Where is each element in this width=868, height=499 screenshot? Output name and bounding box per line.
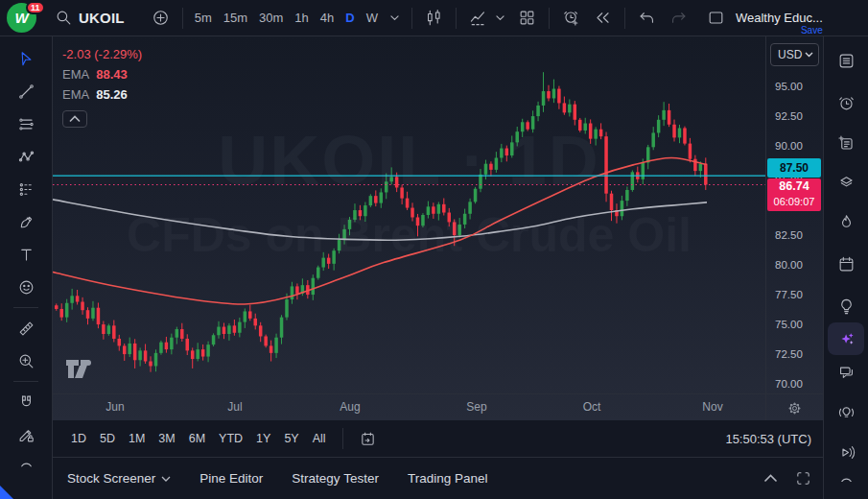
range-button-all[interactable]: All: [306, 428, 333, 449]
panel-collapse-button[interactable]: [762, 472, 780, 485]
month-label-oct: Oct: [583, 400, 601, 414]
interval-button-4h[interactable]: 4h: [315, 7, 340, 29]
redo-button[interactable]: [663, 5, 694, 31]
ai-assistant-button[interactable]: [828, 322, 864, 355]
fib-retracement-tool-button[interactable]: [8, 107, 44, 140]
maximize-icon: [795, 470, 811, 487]
range-button-6m[interactable]: 6M: [182, 428, 212, 449]
emoji-tool-button[interactable]: [8, 271, 44, 303]
search-icon: [55, 9, 73, 27]
range-button-ytd[interactable]: YTD: [212, 428, 249, 449]
layout-grid-icon: [518, 9, 536, 27]
panel-maximize-button[interactable]: [793, 468, 813, 488]
range-button-1m[interactable]: 1M: [122, 428, 152, 449]
interval-button-W[interactable]: W: [361, 7, 384, 29]
range-toolbar: 1D5D1M3M6MYTD1Y5YAll 15:50:53 (UTC): [53, 420, 823, 457]
help-button[interactable]: [828, 468, 864, 482]
forecast-icon: [17, 180, 35, 199]
corner-accent: [0, 486, 13, 499]
chart-pane[interactable]: UKOIL · 1D CFDs on Brent Crude Oil -2.03…: [53, 36, 765, 393]
legend-collapse-button[interactable]: [62, 110, 87, 128]
brush-tool-button[interactable]: [8, 205, 44, 238]
price-tick: 95.00: [775, 80, 803, 93]
measure-tool-button[interactable]: [8, 312, 44, 345]
forecast-tool-button[interactable]: [8, 173, 44, 205]
candlestick-chart[interactable]: [53, 36, 765, 393]
price-change-label: -2.03 (-2.29%): [62, 44, 142, 64]
time-axis[interactable]: JunJulAugSepOctNov: [53, 393, 823, 420]
chat-button[interactable]: [828, 355, 864, 388]
tradingview-logo[interactable]: [65, 359, 98, 379]
indicators-menu-button[interactable]: [489, 5, 511, 31]
range-button-5y[interactable]: 5Y: [277, 428, 305, 449]
ema-slow-row[interactable]: EMA85.26: [62, 84, 142, 105]
live-ideas-button[interactable]: [828, 395, 864, 428]
utc-clock[interactable]: 15:50:53 (UTC): [725, 432, 813, 446]
flame-icon: [837, 213, 856, 231]
layout-name[interactable]: Wealthy Educ...: [736, 11, 823, 25]
undo-icon: [638, 9, 656, 27]
magnet-mode-button[interactable]: [8, 386, 44, 418]
undo-button[interactable]: [631, 5, 663, 31]
indicators-button[interactable]: [462, 5, 489, 31]
price-axis[interactable]: USD 95.0092.5090.0087.5085.0082.5080.007…: [765, 36, 823, 393]
interval-button-D[interactable]: D: [340, 7, 360, 29]
chart-style-button[interactable]: [418, 5, 450, 31]
interval-button-15m[interactable]: 15m: [218, 7, 253, 29]
go-to-date-button[interactable]: [353, 427, 383, 451]
range-button-1y[interactable]: 1Y: [249, 428, 277, 449]
create-alert-button[interactable]: [555, 5, 587, 31]
magnifier-plus-icon: [17, 352, 35, 370]
alerts-button[interactable]: [828, 86, 864, 119]
range-button-1d[interactable]: 1D: [64, 428, 93, 449]
ema-fast-row[interactable]: EMA88.43: [62, 64, 142, 84]
calendar-goto-icon: [360, 431, 376, 447]
ideas-button[interactable]: [828, 290, 864, 322]
range-button-5d[interactable]: 5D: [93, 428, 122, 449]
axis-settings-cell[interactable]: [765, 394, 823, 421]
hotlist-button[interactable]: [828, 205, 864, 238]
cursor-tool-button[interactable]: [8, 42, 44, 75]
compare-add-symbol-button[interactable]: [145, 5, 176, 31]
interval-button-5m[interactable]: 5m: [189, 7, 218, 29]
partial-icon: [17, 451, 35, 468]
journal-plus-icon: [837, 134, 856, 153]
watchlist-button[interactable]: [828, 44, 864, 77]
layout-box-icon: [707, 9, 725, 27]
price-tick: 80.00: [775, 258, 803, 272]
hide-drawings-button[interactable]: [8, 451, 44, 468]
gear-icon: [787, 401, 802, 416]
streams-button[interactable]: [828, 436, 864, 468]
calendar-button[interactable]: [828, 248, 864, 280]
range-button-3m[interactable]: 3M: [152, 428, 181, 449]
interval-button-1h[interactable]: 1h: [289, 7, 314, 29]
tab-stock-screener[interactable]: Stock Screener: [67, 471, 171, 486]
lock-drawings-button[interactable]: [8, 418, 44, 451]
tab-trading-panel[interactable]: Trading Panel: [408, 471, 488, 486]
pattern-tool-button[interactable]: [8, 140, 44, 173]
zoom-in-tool-button[interactable]: [8, 345, 44, 377]
interval-menu-button[interactable]: [384, 5, 406, 31]
month-label-nov: Nov: [702, 400, 722, 414]
text-tool-button[interactable]: [8, 238, 44, 271]
layout-select-button[interactable]: [700, 5, 732, 31]
journal-button[interactable]: [828, 127, 864, 159]
tab-strategy-tester[interactable]: Strategy Tester: [292, 471, 379, 486]
save-button[interactable]: Save: [801, 25, 823, 36]
calendar-icon: [837, 255, 856, 273]
cursor-icon: [17, 50, 35, 68]
currency-select[interactable]: USD: [770, 43, 819, 66]
tab-pine-editor[interactable]: Pine Editor: [199, 471, 263, 486]
symbol-search-button[interactable]: UKOIL: [48, 5, 131, 31]
interval-button-30m[interactable]: 30m: [253, 7, 289, 29]
chat-bubbles-icon: [837, 363, 856, 381]
price-tick: 75.00: [775, 318, 803, 331]
bar-replay-button[interactable]: [587, 5, 619, 31]
trend-line-tool-button[interactable]: [8, 75, 44, 107]
object-tree-button[interactable]: [828, 165, 864, 198]
replay-icon: [594, 9, 612, 27]
layout-grid-button[interactable]: [511, 5, 543, 31]
ruler-icon: [17, 320, 35, 338]
price-tick: 70.00: [775, 377, 803, 391]
main-menu-button[interactable]: W 11: [0, 0, 48, 36]
